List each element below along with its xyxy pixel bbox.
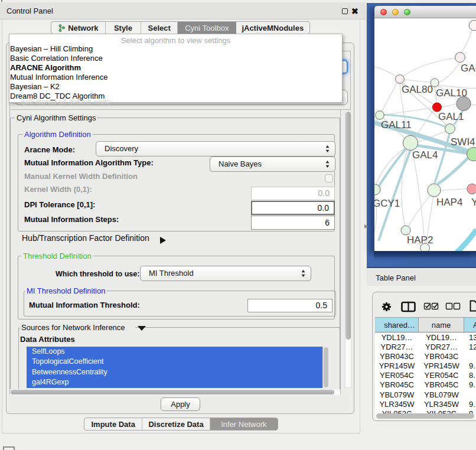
svg-text:GCY1: GCY1	[374, 198, 400, 209]
svg-text:GAL11: GAL11	[381, 119, 412, 131]
svg-text:GAL4: GAL4	[412, 149, 438, 161]
svg-text:SWI4: SWI4	[451, 136, 475, 148]
svg-text:GAL1: GAL1	[438, 111, 464, 122]
svg-text:GAL80: GAL80	[402, 84, 433, 95]
svg-text:HAP2: HAP2	[407, 234, 433, 246]
svg-text:GAL10: GAL10	[436, 87, 467, 99]
svg-text:GAL7: GAL7	[461, 63, 476, 74]
svg-text:HAP4: HAP4	[436, 197, 462, 208]
svg-text:Y: Y	[471, 197, 476, 208]
